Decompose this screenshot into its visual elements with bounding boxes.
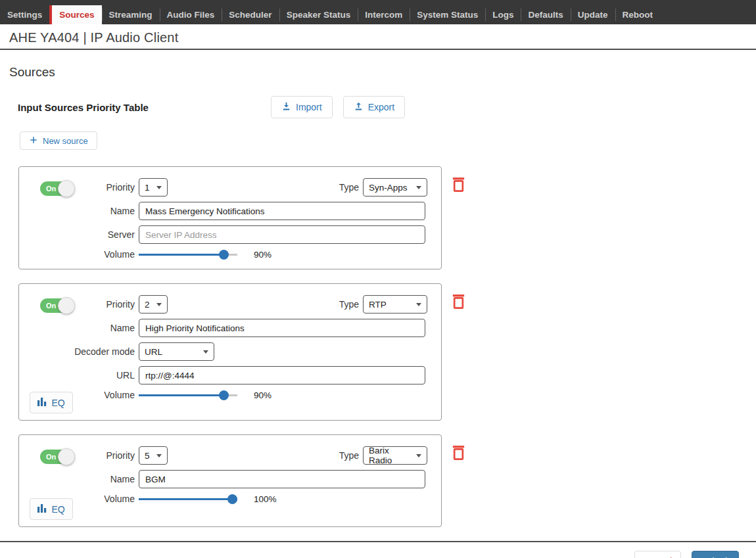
toggle-knob (58, 448, 75, 465)
chevron-down-icon (416, 186, 421, 189)
name-input[interactable] (139, 319, 425, 337)
plus-icon (29, 135, 38, 147)
volume-percent: 90% (254, 390, 272, 400)
type-select[interactable]: RTP (363, 295, 427, 314)
server-input[interactable] (139, 225, 425, 244)
table-toolbar: Input Sources Priority Table Import Expo… (18, 96, 756, 118)
cancel-button[interactable]: Cancel (634, 551, 682, 558)
device-title: AHE YA404 | IP Audio Client (9, 30, 756, 45)
chevron-down-icon (156, 454, 162, 457)
export-button[interactable]: Export (343, 96, 405, 118)
source-card-3: On Priority 5 Type Barix Radio Na (18, 434, 442, 527)
tab-label: Audio Files (167, 10, 215, 20)
type-select[interactable]: Barix Radio (363, 446, 427, 465)
eq-label: EQ (51, 398, 64, 408)
table-title: Input Sources Priority Table (18, 102, 271, 113)
upload-icon (354, 101, 364, 113)
eq-button[interactable]: EQ (30, 498, 73, 520)
tab-system-status[interactable]: System Status (410, 5, 485, 24)
slider-knob[interactable] (219, 250, 229, 260)
enable-toggle[interactable]: On (40, 450, 70, 464)
tab-label: Scheduler (229, 10, 272, 20)
decoder-mode-label: Decoder mode (19, 346, 139, 357)
tab-label: Update (578, 10, 608, 20)
delete-source-button[interactable] (450, 175, 467, 194)
page-title: Sources (9, 65, 756, 80)
tab-audio-files[interactable]: Audio Files (160, 5, 222, 24)
tab-label: Streaming (109, 10, 153, 20)
decoder-mode-select[interactable]: URL (139, 342, 214, 361)
source-card-1: On Priority 1 Type Syn-Apps Name (18, 166, 442, 269)
name-label: Name (19, 206, 139, 216)
trash-icon (451, 302, 466, 312)
volume-slider[interactable] (139, 494, 237, 504)
volume-slider[interactable] (139, 390, 237, 400)
slider-knob[interactable] (219, 390, 229, 400)
priority-select[interactable]: 1 (139, 178, 168, 197)
eq-button[interactable]: EQ (30, 392, 73, 413)
tab-logs[interactable]: Logs (485, 5, 521, 24)
type-label: Type (339, 299, 363, 310)
submit-button[interactable]: Submit (692, 551, 739, 558)
tab-label: System Status (417, 10, 478, 20)
name-input[interactable] (139, 470, 425, 488)
import-button[interactable]: Import (271, 96, 333, 118)
name-input[interactable] (139, 202, 425, 220)
url-label: URL (19, 370, 139, 381)
toggle-knob (58, 297, 75, 314)
tab-sources[interactable]: Sources (49, 5, 101, 24)
tab-defaults[interactable]: Defaults (521, 5, 570, 24)
volume-percent: 100% (254, 494, 277, 504)
delete-source-button[interactable] (450, 292, 467, 311)
volume-label: Volume (19, 249, 139, 260)
priority-value: 1 (145, 183, 150, 193)
slider-fill (139, 498, 237, 500)
tab-label: Defaults (528, 10, 563, 20)
tab-settings[interactable]: Settings (0, 5, 49, 24)
tab-streaming[interactable]: Streaming (102, 5, 160, 24)
tab-label: Sources (59, 10, 94, 20)
tab-speaker-status[interactable]: Speaker Status (279, 5, 358, 24)
priority-select[interactable]: 5 (139, 446, 168, 465)
sources-list: On Priority 1 Type Syn-Apps Name (18, 166, 442, 527)
footer-actions: Cancel Submit (0, 541, 756, 558)
url-input[interactable] (139, 366, 425, 384)
new-source-label: New source (43, 136, 88, 146)
source-card-body: On Priority 2 Type RTP Name (18, 283, 442, 421)
priority-value: 5 (145, 451, 150, 461)
source-card-body: On Priority 1 Type Syn-Apps Name (18, 166, 442, 269)
import-label: Import (296, 102, 322, 112)
device-titlebar: AHE YA404 | IP Audio Client (0, 24, 756, 50)
new-source-button[interactable]: New source (20, 131, 97, 150)
tab-label: Intercom (365, 10, 402, 20)
eq-label: EQ (51, 504, 64, 515)
priority-label: Priority (19, 299, 139, 310)
tab-label: Speaker Status (287, 10, 351, 20)
chevron-down-icon (156, 303, 162, 306)
enable-toggle[interactable]: On (40, 181, 70, 196)
trash-icon (451, 453, 466, 463)
chevron-down-icon (416, 303, 421, 306)
type-select[interactable]: Syn-Apps (363, 178, 427, 197)
type-value: Barix Radio (369, 446, 412, 465)
type-value: Syn-Apps (369, 183, 408, 193)
chevron-down-icon (156, 186, 162, 189)
tab-label: Settings (7, 10, 42, 20)
tab-intercom[interactable]: Intercom (358, 5, 410, 24)
tab-update[interactable]: Update (571, 5, 615, 24)
source-card-2: On Priority 2 Type RTP Name (18, 283, 442, 421)
toggle-knob (58, 180, 75, 197)
download-icon (281, 101, 291, 113)
top-nav: Settings Sources Streaming Audio Files S… (0, 0, 756, 24)
equalizer-bars-icon (37, 503, 47, 515)
priority-label: Priority (19, 182, 139, 193)
tab-label: Logs (492, 10, 513, 20)
slider-knob[interactable] (227, 494, 237, 504)
delete-source-button[interactable] (450, 444, 467, 462)
tab-scheduler[interactable]: Scheduler (222, 5, 279, 24)
volume-slider[interactable] (139, 250, 237, 260)
name-label: Name (19, 323, 139, 333)
enable-toggle[interactable]: On (40, 298, 70, 313)
priority-select[interactable]: 2 (139, 295, 168, 314)
tab-reboot[interactable]: Reboot (615, 5, 661, 24)
